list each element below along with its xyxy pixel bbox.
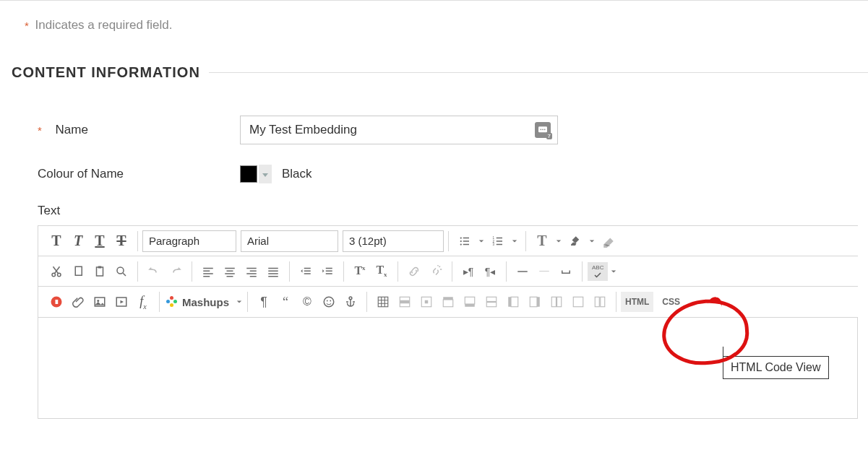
delete-col-button[interactable] [546, 291, 567, 313]
svg-rect-24 [203, 273, 213, 274]
subscript-button[interactable]: Tx [371, 261, 392, 282]
mashups-icon [166, 296, 178, 308]
text-color-dropdown[interactable] [553, 230, 564, 252]
paste-button[interactable] [89, 261, 111, 282]
show-blocks-button[interactable]: ¶ [253, 291, 275, 313]
insert-col-left-button[interactable] [502, 291, 524, 313]
bullet-list-button[interactable] [454, 230, 476, 252]
name-label: * Name [38, 123, 240, 137]
record-button[interactable] [46, 291, 67, 313]
align-left-button[interactable] [197, 261, 219, 282]
number-list-button[interactable]: 123 [487, 230, 509, 252]
svg-point-1 [540, 129, 541, 130]
colour-row: Colour of Name Black [38, 165, 868, 183]
fontsize-select[interactable]: 3 (12pt) [343, 230, 444, 252]
name-input[interactable] [240, 116, 558, 144]
nbsp-button[interactable] [555, 261, 577, 282]
svg-rect-65 [511, 297, 518, 307]
svg-rect-22 [203, 267, 213, 269]
css-view-button[interactable]: CSS [658, 292, 684, 312]
table-cell-props-button[interactable] [416, 291, 437, 313]
bold-button[interactable]: T [46, 230, 67, 252]
colour-value-label: Black [282, 167, 312, 181]
mashups-dropdown[interactable] [233, 291, 245, 313]
colour-dropdown[interactable] [259, 165, 272, 183]
svg-rect-29 [227, 276, 233, 277]
redo-button[interactable] [165, 261, 186, 282]
split-cells-button[interactable] [589, 291, 611, 313]
svg-rect-31 [250, 270, 257, 272]
unlink-button[interactable] [425, 261, 447, 282]
insert-col-right-button[interactable] [524, 291, 546, 313]
svg-text:3: 3 [493, 243, 495, 246]
line-button[interactable] [533, 261, 555, 282]
font-select[interactable]: Arial [241, 230, 338, 252]
svg-point-16 [52, 273, 56, 277]
anchor-button[interactable] [340, 291, 361, 313]
superscript-button[interactable]: Tx [349, 261, 371, 282]
attach-button[interactable] [67, 291, 89, 313]
text-prediction-icon[interactable]: 7 [535, 122, 551, 138]
svg-rect-57 [400, 300, 410, 304]
emoji-button[interactable] [318, 291, 340, 313]
italic-button[interactable]: T [67, 230, 89, 252]
image-button[interactable] [89, 291, 111, 313]
copyright-button[interactable]: © [296, 291, 318, 313]
table-row-props-button[interactable] [394, 291, 416, 313]
svg-rect-23 [203, 270, 210, 272]
strikethrough-button[interactable]: T [111, 230, 132, 252]
mashups-button[interactable]: Mashups [162, 291, 233, 313]
merge-cells-button[interactable] [567, 291, 589, 313]
indent-button[interactable] [317, 261, 338, 282]
outdent-button[interactable] [295, 261, 317, 282]
svg-rect-40 [304, 273, 311, 274]
blockquote-button[interactable]: “ [275, 291, 296, 313]
copy-button[interactable] [67, 261, 89, 282]
equation-button[interactable]: fx [132, 291, 154, 313]
format-select[interactable]: Paragraph [142, 230, 236, 252]
hr-button[interactable] [512, 261, 533, 282]
bullet-list-dropdown[interactable] [476, 230, 487, 252]
cut-button[interactable] [46, 261, 67, 282]
svg-point-4 [460, 237, 462, 238]
link-button[interactable] [403, 261, 425, 282]
svg-point-52 [327, 300, 328, 302]
svg-rect-35 [268, 270, 278, 272]
delete-row-button[interactable] [481, 291, 502, 313]
colour-swatch[interactable] [240, 165, 257, 183]
insert-table-button[interactable] [372, 291, 394, 313]
svg-point-2 [542, 129, 543, 130]
underline-button[interactable]: T [89, 230, 111, 252]
spellcheck-button[interactable]: ABC [588, 262, 608, 281]
rtl-button[interactable]: ¶◂ [479, 261, 501, 282]
svg-point-21 [117, 267, 124, 274]
highlight-dropdown[interactable] [586, 230, 598, 252]
align-center-button[interactable] [219, 261, 241, 282]
svg-point-54 [349, 297, 352, 300]
svg-rect-15 [497, 243, 502, 245]
insert-row-below-button[interactable] [459, 291, 481, 313]
align-right-button[interactable] [241, 261, 262, 282]
find-button[interactable] [111, 261, 132, 282]
undo-button[interactable] [143, 261, 165, 282]
ltr-button[interactable]: ▸¶ [457, 261, 479, 282]
svg-rect-19 [97, 267, 103, 276]
insert-row-above-button[interactable] [437, 291, 459, 313]
highlight-button[interactable] [564, 230, 586, 252]
svg-point-6 [460, 240, 462, 241]
media-button[interactable] [111, 291, 132, 313]
svg-rect-20 [98, 266, 102, 268]
remove-format-button[interactable] [598, 230, 619, 252]
svg-rect-38 [304, 267, 311, 269]
svg-rect-55 [378, 297, 388, 307]
spellcheck-dropdown[interactable] [608, 261, 619, 282]
text-color-button[interactable]: T [531, 230, 553, 252]
section-title: CONTENT INFORMATION [12, 64, 868, 81]
html-view-button[interactable]: HTML [621, 292, 653, 312]
align-justify-button[interactable] [262, 261, 284, 282]
number-list-dropdown[interactable] [509, 230, 520, 252]
name-row: * Name 7 [38, 116, 868, 144]
svg-rect-66 [508, 297, 511, 307]
asterisk-icon: * [25, 19, 29, 32]
svg-rect-37 [268, 276, 278, 277]
